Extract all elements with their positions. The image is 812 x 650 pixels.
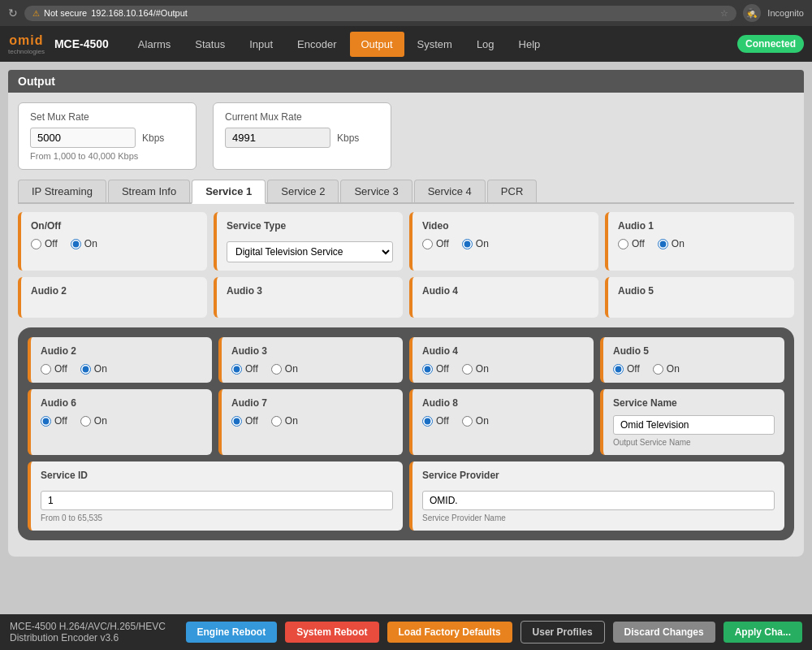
nav-encoder[interactable]: Encoder <box>286 32 348 57</box>
video-panel: Video Off On <box>409 212 598 271</box>
video-off-text: Off <box>436 238 449 249</box>
nav-system[interactable]: System <box>406 32 464 57</box>
service-provider-panel: Service Provider Service Provider Name <box>409 462 784 531</box>
video-off-label[interactable]: Off <box>422 238 449 249</box>
audio7-off-label[interactable]: Off <box>231 415 258 427</box>
service-provider-hint: Service Provider Name <box>422 514 775 522</box>
video-on-text: On <box>476 238 489 249</box>
audio5-on-label[interactable]: On <box>653 363 680 375</box>
audio8-on-radio[interactable] <box>462 416 473 427</box>
audio5-on-radio[interactable] <box>653 364 663 375</box>
set-mux-unit: Kbps <box>142 132 164 144</box>
middle-panel-grid: Audio 2 Off On Audio 3 Off On Audio 4 <box>28 337 784 383</box>
tab-service4[interactable]: Service 4 <box>414 180 486 202</box>
service-id-input[interactable] <box>41 491 393 510</box>
current-mux-input[interactable] <box>225 128 330 148</box>
onoff-off-radio[interactable] <box>31 239 41 249</box>
audio5-label-panel: Audio 5 <box>605 277 794 318</box>
audio5-label-title: Audio 5 <box>618 285 784 297</box>
audio2-off-label[interactable]: Off <box>41 363 67 375</box>
url-bar[interactable]: ⚠ Not secure 192.168.10.164/#Output ☆ <box>24 6 736 21</box>
audio4-label-title: Audio 4 <box>422 285 589 297</box>
audio8-off-radio[interactable] <box>422 416 433 427</box>
video-on-radio[interactable] <box>462 239 473 249</box>
browser-reload[interactable]: ↻ <box>8 6 18 20</box>
audio1-off-text: Off <box>632 238 645 249</box>
apply-changes-button[interactable]: Apply Cha... <box>723 622 802 643</box>
nav-help[interactable]: Help <box>508 32 552 57</box>
engine-reboot-button[interactable]: Engine Reboot <box>186 622 278 643</box>
set-mux-label: Set Mux Rate <box>30 111 184 123</box>
audio8-off-label[interactable]: Off <box>422 415 449 427</box>
service-provider-input[interactable] <box>422 491 775 510</box>
audio2-on-radio[interactable] <box>80 364 91 375</box>
tab-service3[interactable]: Service 3 <box>340 180 412 202</box>
onoff-off-label[interactable]: Off <box>31 238 58 249</box>
service-type-select[interactable]: Digital Television Service Radio Service… <box>227 241 393 262</box>
tab-service2[interactable]: Service 2 <box>267 180 339 202</box>
incognito-icon: 🕵 <box>746 8 758 19</box>
audio4-off-label[interactable]: Off <box>422 363 449 375</box>
video-on-label[interactable]: On <box>462 238 489 249</box>
audio3-off-label[interactable]: Off <box>231 363 258 375</box>
video-off-radio[interactable] <box>422 239 433 249</box>
page-content: Output Set Mux Rate Kbps From 1,000 to 4… <box>0 62 812 614</box>
audio4-on-label[interactable]: On <box>462 363 489 375</box>
set-mux-box: Set Mux Rate Kbps From 1,000 to 40,000 K… <box>18 102 197 170</box>
audio3-off-radio[interactable] <box>231 364 242 375</box>
audio6-on-radio[interactable] <box>80 416 91 427</box>
audio4-off-radio[interactable] <box>422 364 433 375</box>
audio2-panel: Audio 2 Off On <box>28 337 212 383</box>
audio1-on-radio[interactable] <box>658 239 668 249</box>
system-reboot-button[interactable]: System Reboot <box>285 622 378 643</box>
tabs-row: IP Streaming Stream Info Service 1 Servi… <box>18 180 794 204</box>
audio2-off-radio[interactable] <box>41 364 51 375</box>
audio3-on-radio[interactable] <box>271 364 282 375</box>
audio6-on-label[interactable]: On <box>80 415 107 427</box>
nav-log[interactable]: Log <box>465 32 506 57</box>
tab-pcr[interactable]: PCR <box>487 180 537 202</box>
service-name-panel: Service Name Output Service Name <box>600 389 784 455</box>
audio6-title: Audio 6 <box>41 397 202 409</box>
tab-stream-info[interactable]: Stream Info <box>108 180 190 202</box>
onoff-on-radio[interactable] <box>71 239 81 249</box>
star-icon[interactable]: ☆ <box>720 8 728 19</box>
audio2-on-label[interactable]: On <box>80 363 107 375</box>
audio8-on-label[interactable]: On <box>462 415 489 427</box>
audio6-panel: Audio 6 Off On <box>28 389 212 455</box>
audio1-on-label[interactable]: On <box>658 238 685 249</box>
rounded-section: Audio 2 Off On Audio 3 Off On Audio 4 <box>18 327 794 540</box>
service-name-input[interactable] <box>613 415 775 435</box>
audio7-on-radio[interactable] <box>271 416 282 427</box>
set-mux-input[interactable] <box>30 128 136 148</box>
onoff-on-label[interactable]: On <box>71 238 97 249</box>
incognito-label: Incognito <box>767 8 804 18</box>
discard-changes-button[interactable]: Discard Changes <box>613 622 715 643</box>
audio1-panel: Audio 1 Off On <box>605 212 794 271</box>
audio6-off-radio[interactable] <box>41 416 51 427</box>
audio6-off-label[interactable]: Off <box>41 415 67 427</box>
load-factory-button[interactable]: Load Factory Defaults <box>387 622 512 643</box>
nav-alarms[interactable]: Alarms <box>127 32 182 57</box>
audio1-off-label[interactable]: Off <box>618 238 645 249</box>
audio3-on-label[interactable]: On <box>271 363 298 375</box>
service-id-title: Service ID <box>41 470 393 481</box>
nav-output[interactable]: Output <box>350 32 404 57</box>
audio5-off-label[interactable]: Off <box>613 363 640 375</box>
audio1-radio-row: Off On <box>618 238 784 249</box>
audio7-on-label[interactable]: On <box>271 415 298 427</box>
nav-input[interactable]: Input <box>238 32 284 57</box>
user-profiles-button[interactable]: User Profiles <box>520 621 605 644</box>
bottom-panels: Service ID From 0 to 65,535 Service Prov… <box>28 462 784 531</box>
audio1-off-radio[interactable] <box>618 239 628 249</box>
current-mux-label: Current Mux Rate <box>225 111 379 123</box>
tab-service1[interactable]: Service 1 <box>192 180 266 204</box>
nav-status[interactable]: Status <box>184 32 236 57</box>
audio7-off-radio[interactable] <box>231 416 242 427</box>
tab-ip-streaming[interactable]: IP Streaming <box>18 180 106 202</box>
audio5-off-radio[interactable] <box>613 364 624 375</box>
audio4-label-panel: Audio 4 <box>409 277 598 318</box>
audio4-on-radio[interactable] <box>462 364 473 375</box>
bottom-bar: MCE-4500 H.264/AVC/H.265/HEVC Distributi… <box>0 614 812 650</box>
audio3-title: Audio 3 <box>231 345 393 357</box>
